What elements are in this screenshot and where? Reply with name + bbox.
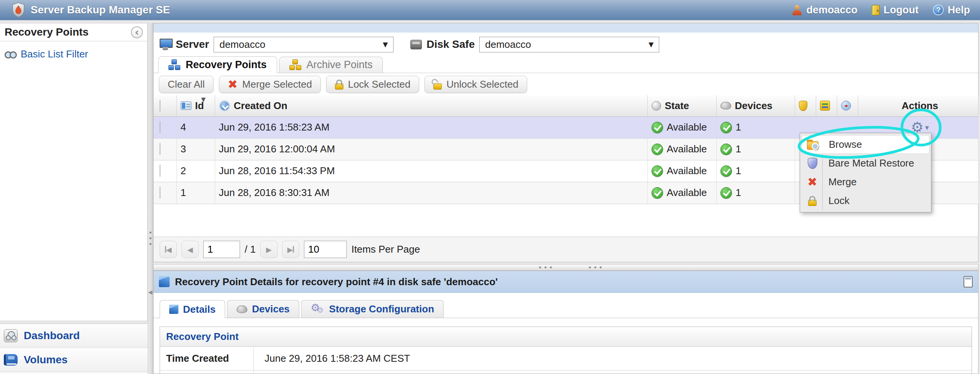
storage-config-gears-icon <box>311 303 325 315</box>
merge-x-icon: ✖ <box>228 78 238 90</box>
locked-shield-icon <box>799 101 807 111</box>
sidebar-panel: Recovery Points ‹ Basic List Filter <box>0 23 148 321</box>
detail-row-state: State Available <box>160 371 972 374</box>
detail-value: June 29, 2016 1:58:23 AM CEST <box>254 347 410 370</box>
column-header-replication[interactable] <box>837 95 858 116</box>
tab-archive-points[interactable]: Archive Points <box>279 57 383 73</box>
horizontal-splitter[interactable] <box>153 264 978 271</box>
tab-details[interactable]: Details <box>160 300 225 318</box>
devices-disk-icon <box>237 305 247 313</box>
chevron-down-icon: ▼ <box>648 41 653 48</box>
sidebar-item-volumes[interactable]: Volumes <box>0 348 148 372</box>
column-header-actions: Actions <box>858 95 978 116</box>
disk-safe-label: Disk Safe <box>426 38 475 51</box>
user-menu[interactable]: demoacco <box>792 4 858 16</box>
tab-recovery-points[interactable]: Recovery Points <box>158 56 277 73</box>
disk-safe-select-value: demoacco <box>485 39 531 51</box>
lock-selected-button[interactable]: Lock Selected <box>326 76 419 93</box>
archived-stack-icon <box>820 101 830 111</box>
volumes-icon <box>4 354 18 366</box>
id-card-icon <box>181 101 191 110</box>
app-title: Server Backup Manager SE <box>31 4 170 16</box>
server-select-value: demoacco <box>219 39 265 51</box>
top-bar: Server Backup Manager SE demoacco Logout… <box>0 0 980 20</box>
user-name: demoacco <box>806 4 858 16</box>
row-actions-context-menu: Browse Bare Metal Restore ✖ Merge Lock <box>800 133 931 212</box>
column-header-devices[interactable]: Devices <box>716 95 795 116</box>
state-sphere-icon <box>652 101 661 111</box>
column-header-archived[interactable] <box>816 95 837 116</box>
tab-storage-configuration[interactable]: Storage Configuration <box>301 300 444 318</box>
app-logo-shield-icon <box>11 2 25 18</box>
vertical-splitter[interactable]: ◂ <box>148 23 153 374</box>
actions-button-row: Clear All ✖ Merge Selected Lock Selected… <box>154 73 978 95</box>
menu-item-browse[interactable]: Browse <box>802 135 929 154</box>
disk-safe-select[interactable]: demoacco ▼ <box>479 37 659 52</box>
items-per-page-label: Items Per Page <box>351 243 420 255</box>
row-checkbox[interactable] <box>160 143 160 155</box>
clear-all-button[interactable]: Clear All <box>159 76 214 93</box>
cell-state: Available <box>647 138 716 160</box>
table-header-row: ▼ Id Created On State Devices <box>154 95 978 116</box>
first-page-button[interactable]: ◀ <box>160 241 177 258</box>
next-page-button[interactable]: ▶ <box>260 241 278 258</box>
row-actions-gear-button[interactable]: ⚙ ▾ <box>862 120 978 134</box>
chevron-down-icon: ▼ <box>383 41 388 48</box>
merge-x-icon: ✖ <box>807 176 817 188</box>
clock-icon <box>219 100 230 111</box>
page-number-input[interactable] <box>203 241 240 258</box>
column-header-state[interactable]: State <box>647 95 716 116</box>
server-select[interactable]: demoacco ▼ <box>214 37 394 52</box>
devices-check-icon <box>720 144 732 155</box>
column-header-id[interactable]: ▼ Id <box>176 95 215 116</box>
sidebar-filter-row: Basic List Filter <box>0 48 147 60</box>
dashboard-icon <box>4 329 18 342</box>
unlock-selected-button[interactable]: Unlock Selected <box>425 76 527 93</box>
detail-label: State <box>160 371 254 374</box>
details-header: Recovery Point Details for recovery poin… <box>154 271 978 293</box>
row-checkbox[interactable] <box>160 165 160 177</box>
column-header-created-on[interactable]: Created On <box>215 95 647 116</box>
last-page-button[interactable]: ▶ <box>282 241 299 258</box>
maximize-panel-button[interactable] <box>964 276 973 287</box>
available-check-icon <box>652 187 663 199</box>
prev-page-button[interactable]: ◀ <box>181 241 199 258</box>
sidebar-item-dashboard[interactable]: Dashboard <box>0 324 148 348</box>
merge-selected-button[interactable]: ✖ Merge Selected <box>219 76 321 93</box>
available-check-icon <box>652 165 663 177</box>
select-all-checkbox[interactable] <box>160 100 160 112</box>
details-tabstrip: Details Devices Storage Configuration <box>154 293 978 318</box>
help-button[interactable]: Help <box>933 4 970 16</box>
details-cube-icon <box>169 305 178 314</box>
panel-top-strip <box>154 23 978 33</box>
menu-item-bare-metal-restore[interactable]: Bare Metal Restore <box>802 154 929 173</box>
unlock-icon <box>433 83 442 90</box>
cell-created-on: Jun 28, 2016 8:30:31 AM <box>215 182 647 204</box>
cell-state: Available <box>647 182 716 204</box>
recovery-point-details-panel: Recovery Point Details for recovery poin… <box>153 271 978 374</box>
basic-list-filter-link[interactable]: Basic List Filter <box>21 48 88 60</box>
cell-created-on: Jun 29, 2016 1:58:23 AM <box>215 116 647 138</box>
detail-label: Time Created <box>160 347 254 370</box>
main-tabstrip: Recovery Points Archive Points <box>154 56 978 73</box>
details-title: Recovery Point Details for recovery poin… <box>175 276 498 288</box>
tab-devices[interactable]: Devices <box>227 300 299 318</box>
splitter-grip <box>149 230 152 247</box>
pagination-bar: ◀ ◀ / 1 ▶ ▶ Items Per Page <box>154 237 978 262</box>
menu-item-merge[interactable]: ✖ Merge <box>802 173 929 191</box>
menu-item-lock[interactable]: Lock <box>802 191 929 210</box>
cell-devices: 1 <box>716 138 795 160</box>
server-label: Server <box>176 38 209 51</box>
row-checkbox[interactable] <box>160 121 160 133</box>
cell-created-on: Jun 28, 2016 11:54:33 PM <box>215 160 647 182</box>
row-checkbox[interactable] <box>160 186 160 199</box>
devices-check-icon <box>720 187 732 199</box>
binoculars-icon <box>5 51 17 58</box>
recovery-points-cubes-icon <box>168 59 181 71</box>
column-header-locked[interactable] <box>795 95 816 116</box>
cell-devices: 1 <box>716 160 795 182</box>
logout-button[interactable]: Logout <box>872 4 918 16</box>
items-per-page-input[interactable] <box>304 241 347 258</box>
sidebar-collapse-button[interactable]: ‹ <box>131 26 143 38</box>
logout-door-icon <box>872 5 880 15</box>
